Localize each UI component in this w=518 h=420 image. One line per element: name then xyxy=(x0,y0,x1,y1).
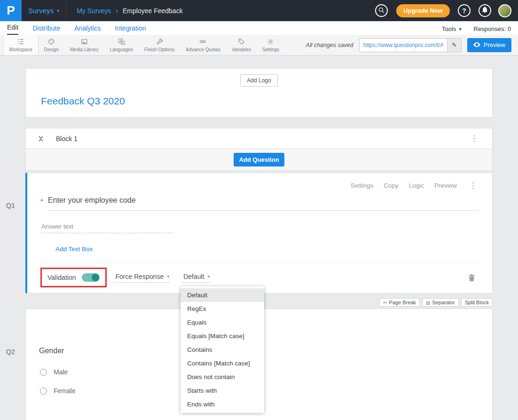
dropdown-option-starts-with[interactable]: Starts with xyxy=(181,384,264,397)
dropdown-option-does-not-contain[interactable]: Does not contain xyxy=(181,370,264,384)
radio-option-label: Female xyxy=(54,387,76,395)
image-icon xyxy=(81,38,88,46)
block-collapse-button[interactable] xyxy=(38,135,44,143)
search-button[interactable] xyxy=(375,4,388,17)
dropdown-option-equals[interactable]: Equals xyxy=(181,316,264,329)
dropdown-option-contains-match-case[interactable]: Contains [Match case] xyxy=(181,357,264,370)
preview-label: Preview xyxy=(484,41,505,48)
survey-url-box: ✎ xyxy=(359,38,462,52)
tabbar-right: Tools ▾ Responses: 0 xyxy=(442,25,511,35)
surveys-product-menu[interactable]: Surveys ▾ xyxy=(22,7,66,15)
toolbar-item-label: Workspace xyxy=(9,47,32,52)
toolbar-item-media-library[interactable]: Media Library xyxy=(64,35,104,55)
block-header: Block 1 ⋮ xyxy=(25,128,493,149)
force-response-select[interactable]: Force Response ▾ xyxy=(115,273,169,283)
dropdown-option-regex[interactable]: RegEx xyxy=(181,302,264,316)
add-question-button[interactable]: Add Question xyxy=(234,153,284,166)
dropdown-option-contains[interactable]: Contains xyxy=(181,343,264,357)
tab-distribute[interactable]: Distribute xyxy=(32,24,60,35)
toggle-knob xyxy=(92,274,99,281)
split-block-button[interactable]: Split Block xyxy=(461,298,493,307)
toolbar-item-design[interactable]: Design xyxy=(39,35,64,55)
question-text-field[interactable]: Enter your employee code xyxy=(48,196,479,211)
question-text: Enter your employee code xyxy=(48,196,136,204)
toolbar-item-label: Languages xyxy=(110,47,133,52)
validation-type-select[interactable]: Default ▾ xyxy=(183,273,210,283)
help-icon: ? xyxy=(462,7,466,15)
toolbar-item-languages[interactable]: Aa Languages xyxy=(104,35,139,55)
notifications-button[interactable] xyxy=(479,4,491,17)
page-break-button[interactable]: ✂ Page Break xyxy=(379,298,420,307)
validation-row: Validation Force Response ▾ Default ▾ De… xyxy=(40,262,479,293)
toolbar-item-label: Design xyxy=(44,47,59,52)
block-menu-button[interactable]: ⋮ xyxy=(468,134,480,143)
question-1-wrapper: Q1 Settings Copy Logic Preview ⋮ * Enter… xyxy=(25,173,493,293)
breadcrumb-my-surveys[interactable]: My Surveys xyxy=(77,7,111,15)
dropdown-option-default[interactable]: Default xyxy=(181,288,264,302)
question-logic-action[interactable]: Logic xyxy=(409,182,424,189)
radio-option-label: Male xyxy=(54,368,68,376)
preview-button[interactable]: Preview xyxy=(467,38,511,52)
separator-button[interactable]: ▤ Separator xyxy=(422,298,459,307)
toolbar-item-finish-options[interactable]: Finish Options xyxy=(139,35,180,55)
upgrade-now-label: Upgrade Now xyxy=(403,7,443,14)
split-block-label: Split Block xyxy=(465,300,489,305)
validation-label: Validation xyxy=(47,274,76,281)
validation-type-wrap: Default ▾ Default RegEx Equals Equals [M… xyxy=(183,273,210,283)
caret-down-icon: ▾ xyxy=(57,8,59,13)
tools-menu[interactable]: Tools ▾ xyxy=(442,25,461,32)
separator-label: Separator xyxy=(432,300,455,305)
edit-url-button[interactable]: ✎ xyxy=(447,39,461,52)
search-icon xyxy=(378,7,385,15)
user-avatar[interactable] xyxy=(498,4,511,17)
tab-analytics[interactable]: Analytics xyxy=(74,24,101,35)
toolbar-item-label: Finish Options xyxy=(144,47,174,52)
translate-icon: Aa xyxy=(118,38,125,46)
add-text-box-link[interactable]: Add Text Box xyxy=(55,246,93,253)
dropdown-option-equals-match-case[interactable]: Equals [Match case] xyxy=(181,329,264,343)
toolbar-item-variables[interactable]: Variables xyxy=(226,35,257,55)
radio-button-icon[interactable] xyxy=(40,388,47,395)
radio-button-icon[interactable] xyxy=(40,369,47,376)
question-1-card: Settings Copy Logic Preview ⋮ * Enter yo… xyxy=(25,173,493,293)
dropdown-option-ends-with[interactable]: Ends with xyxy=(181,397,264,411)
bell-icon xyxy=(482,7,488,15)
gear-icon xyxy=(267,38,274,46)
toolbar-item-label: Media Library xyxy=(70,47,99,52)
validation-type-dropdown: Default RegEx Equals Equals [Match case]… xyxy=(181,286,264,413)
editor-toolbar: Workspace Design Media Library Aa Langua… xyxy=(0,35,518,55)
validation-toggle[interactable] xyxy=(82,273,100,282)
questionpro-logo[interactable]: P xyxy=(0,0,22,21)
answer-text-field[interactable]: Answer text xyxy=(41,223,174,233)
question-1-code: Q1 xyxy=(6,202,15,209)
block-1: Block 1 ⋮ Add Question xyxy=(25,128,493,171)
page-break-label: Page Break xyxy=(389,300,416,305)
tab-edit[interactable]: Edit xyxy=(7,24,18,35)
toolbar-item-settings[interactable]: Settings xyxy=(257,35,285,55)
palette-icon xyxy=(48,38,55,46)
add-logo-button[interactable]: Add Logo xyxy=(240,74,277,87)
topbar-actions: Upgrade Now ? xyxy=(367,4,518,17)
tab-integration[interactable]: Integration xyxy=(115,24,146,35)
question-settings-action[interactable]: Settings xyxy=(350,182,373,189)
caret-down-icon: ▾ xyxy=(459,27,461,32)
survey-title[interactable]: Feedback Q3 2020 xyxy=(41,95,492,107)
topbar-divider xyxy=(66,0,66,21)
survey-url-input[interactable] xyxy=(360,39,447,52)
question-actions: Settings Copy Logic Preview ⋮ xyxy=(40,181,479,190)
validation-highlight-annotation: Validation xyxy=(40,268,107,287)
pencil-icon: ✎ xyxy=(452,41,457,48)
question-copy-action[interactable]: Copy xyxy=(384,182,399,189)
help-button[interactable]: ? xyxy=(458,4,471,17)
validation-type-value: Default xyxy=(183,273,204,280)
question-preview-action[interactable]: Preview xyxy=(434,182,457,189)
delete-question-button[interactable] xyxy=(468,274,475,282)
toolbar-item-label: Settings xyxy=(262,47,279,52)
wrench-icon xyxy=(156,38,163,46)
upgrade-now-button[interactable]: Upgrade Now xyxy=(396,4,450,17)
question-menu-button[interactable]: ⋮ xyxy=(467,181,479,190)
toolbar-item-label: Variables xyxy=(232,47,251,52)
toolbar-item-advance-quotas[interactable]: Advance Quotas xyxy=(180,35,226,55)
toolbar-item-workspace[interactable]: Workspace xyxy=(3,35,39,55)
breadcrumb-separator-icon: › xyxy=(116,7,118,15)
